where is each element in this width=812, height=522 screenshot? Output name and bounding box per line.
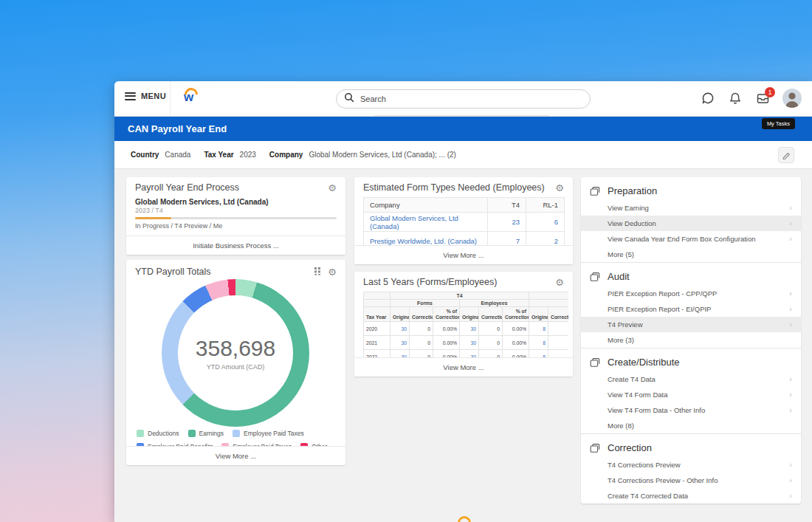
topbar-divider [170, 81, 171, 117]
gear-icon[interactable]: ⚙ [555, 183, 564, 193]
hamburger-icon [125, 92, 136, 100]
subgroup-header-row: FormsEmployees [364, 300, 569, 307]
process-company[interactable]: Global Modern Services, Ltd (Canada) [135, 198, 337, 206]
tax-year-filter-label: Tax Year [204, 151, 233, 159]
legend-item: Earnings [188, 430, 224, 437]
sidebar-section: AuditPIER Exception Report - CPP/QPP›PIE… [581, 262, 801, 348]
workday-logo[interactable]: w [182, 88, 202, 110]
section-header: Preparation [581, 181, 801, 200]
profile-avatar[interactable] [782, 89, 802, 108]
gear-icon[interactable]: ⚙ [555, 278, 564, 287]
ytd-view-more-button[interactable]: View More ... [126, 446, 345, 465]
column-header: Tax Year [364, 307, 390, 322]
edit-filters-button[interactable] [778, 147, 794, 163]
workbook-icon [590, 272, 600, 282]
payroll-year-end-process-card: Payroll Year End Process ⚙ Global Modern… [126, 177, 345, 255]
menu-button[interactable]: MENU [125, 92, 166, 100]
chat-icon [701, 92, 715, 105]
sidebar-item[interactable]: Create T4 Corrected Data› [581, 488, 801, 504]
sidebar-item[interactable]: More (5) [581, 247, 801, 262]
search-bar[interactable] [336, 89, 591, 109]
column-header[interactable]: Company [364, 198, 488, 213]
chevron-right-icon: › [789, 219, 792, 227]
table-cell: 0.00% [433, 322, 460, 336]
count-link[interactable]: 23 [488, 213, 526, 232]
column-header: Original [460, 307, 479, 322]
table-row: Global Modern Services, Ltd (Canada)236 [364, 213, 565, 232]
workbook-icon [590, 357, 600, 368]
notifications-button[interactable] [728, 91, 743, 106]
sidebar-item[interactable]: PIER Exception Report - CPP/QPP› [581, 286, 801, 301]
sidebar-item-label: Create T4 Data [608, 375, 656, 383]
column-header[interactable]: T4 [488, 198, 526, 213]
sidebar-item[interactable]: More (8) [581, 418, 801, 433]
sidebar-item[interactable]: View T4 Form Data› [581, 387, 801, 402]
last5-table-scroll[interactable]: T4FormsEmployeesTax YearOriginalCorrecti… [363, 292, 568, 364]
table-cell: 0.00% [503, 336, 529, 350]
desktop-background: MENU w [0, 0, 812, 522]
my-tasks-button[interactable]: 1 [755, 91, 770, 106]
process-status: In Progress / T4 Preview / Me [135, 222, 337, 230]
chevron-right-icon: › [789, 375, 792, 383]
sidebar-item[interactable]: View Earning› [581, 200, 801, 216]
sidebar-section: PreparationView Earning›View Deduction›V… [581, 177, 801, 262]
form-types-card-title: Estimated Form Types Needed (Employees) [363, 182, 545, 193]
legend-label: Earnings [199, 430, 224, 437]
gear-icon[interactable]: ⚙ [328, 183, 337, 193]
sidebar-item[interactable]: View Deduction› [581, 216, 801, 231]
table-cell: 2021 [364, 336, 390, 350]
count-link[interactable]: 30 [390, 322, 410, 336]
pencil-icon [782, 151, 791, 159]
sidebar-section: CorrectionT4 Corrections Preview›T4 Corr… [581, 433, 801, 504]
chevron-right-icon: › [789, 204, 792, 212]
ytd-amount-label: YTD Amount (CAD) [207, 363, 265, 371]
sidebar-item-label: T4 Preview [608, 320, 643, 329]
search-input[interactable] [360, 95, 567, 103]
country-filter-label: Country [131, 151, 159, 159]
chart-table-toggle-icon[interactable] [314, 265, 323, 278]
sidebar-item[interactable]: More (3) [581, 332, 801, 348]
legend-label: Deductions [148, 430, 179, 437]
count-link[interactable]: 30 [460, 322, 479, 336]
count-link[interactable]: 8 [529, 336, 548, 350]
section-header: Audit [581, 267, 801, 286]
ytd-donut-chart[interactable]: 358,698 YTD Amount (CAD) [162, 279, 309, 427]
sidebar-item-label: More (8) [608, 422, 634, 430]
column-header: % of Corrections [503, 307, 529, 322]
chevron-right-icon: › [789, 406, 792, 414]
form-types-view-more-button[interactable]: View More ... [354, 245, 573, 264]
sidebar-item-label: View Earning [608, 204, 649, 212]
sidebar-item[interactable]: PIER Exception Report - EI/QPIP› [581, 301, 801, 317]
count-link[interactable]: 30 [390, 336, 410, 350]
my-tasks-tooltip: My Tasks [762, 118, 795, 129]
sidebar-item[interactable]: T4 Corrections Preview - Other Info› [581, 473, 801, 488]
chat-button[interactable] [701, 91, 715, 106]
workbook-icon [590, 186, 600, 196]
column-header[interactable]: RL-1 [526, 198, 565, 213]
estimated-form-types-card: Estimated Form Types Needed (Employees) … [354, 177, 573, 264]
sidebar-item[interactable]: T4 Preview› [581, 317, 801, 332]
last5-table: T4FormsEmployeesTax YearOriginalCorrecti… [363, 292, 568, 364]
sidebar-item[interactable]: T4 Corrections Preview› [581, 457, 801, 473]
initiate-business-process-button[interactable]: Initiate Business Process ... [126, 236, 345, 255]
gear-icon[interactable]: ⚙ [328, 267, 337, 277]
group-header-t4: T4 [390, 292, 529, 300]
table-cell [548, 336, 568, 350]
table-cell: 2020 [364, 322, 390, 336]
table-row: 20203000.00%3000.00%8 [364, 322, 569, 336]
sidebar-item[interactable]: Create T4 Data› [581, 371, 801, 387]
sidebar-item-label: View Canada Year End Form Box Configurat… [608, 235, 756, 243]
sidebar-item[interactable]: View Canada Year End Form Box Configurat… [581, 231, 801, 247]
sidebar-item-label: T4 Corrections Preview - Other Info [608, 476, 718, 484]
process-card-title: Payroll Year End Process [135, 182, 239, 193]
count-link[interactable]: 30 [460, 336, 479, 350]
sidebar-item-label: View T4 Form Data [608, 391, 667, 399]
section-title: Correction [608, 442, 652, 453]
sidebar-item[interactable]: View T4 Form Data - Other Info› [581, 402, 801, 418]
table-cell: 0 [410, 322, 433, 336]
ytd-amount-value: 358,698 [196, 336, 275, 361]
count-link[interactable]: 8 [529, 322, 548, 336]
last5-view-more-button[interactable]: View More ... [354, 357, 573, 377]
company-link[interactable]: Global Modern Services, Ltd (Canada) [364, 213, 488, 232]
count-link[interactable]: 6 [526, 213, 565, 232]
